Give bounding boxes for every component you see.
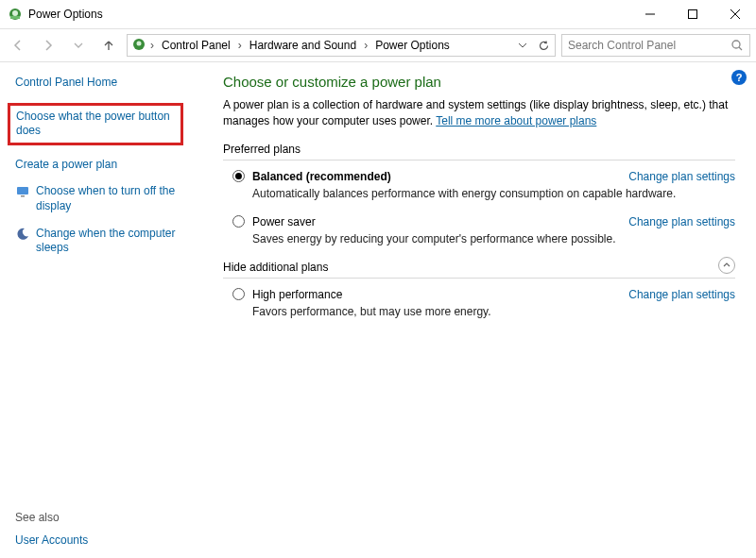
svg-line-10 [739,47,742,50]
sidebar: Control Panel Home Choose what the power… [0,62,189,558]
preferred-plans-header: Preferred plans [223,143,735,161]
address-dropdown[interactable] [513,36,532,55]
svg-rect-11 [17,187,28,194]
toolbar: › Control Panel › Hardware and Sound › P… [0,28,756,62]
breadcrumb-item[interactable]: Power Options [371,37,454,54]
recent-dropdown[interactable] [66,33,91,58]
hide-additional-plans-header[interactable]: Hide additional plans [223,261,735,279]
change-plan-settings-link[interactable]: Change plan settings [628,288,735,301]
change-plan-settings-link[interactable]: Change plan settings [628,170,735,183]
plan-description: Saves energy by reducing your computer's… [252,232,735,245]
plan-description: Automatically balances performance with … [252,187,735,200]
forward-button[interactable] [36,33,60,58]
plan-high-performance: High performance Change plan settings Fa… [232,288,735,318]
breadcrumb-item[interactable]: Control Panel [158,37,234,54]
svg-point-9 [732,41,740,48]
chevron-right-icon[interactable]: › [236,39,244,52]
minimize-button[interactable] [628,0,671,28]
search-input[interactable]: Search Control Panel [561,34,750,57]
svg-rect-4 [688,10,696,19]
sidebar-link-display-off[interactable]: Choose when to turn off the display [36,184,180,213]
svg-point-2 [12,10,18,16]
window-title: Power Options [28,8,628,21]
back-button[interactable] [6,33,30,58]
page-description: A power plan is a collection of hardware… [223,97,735,129]
sidebar-link-create-plan[interactable]: Create a power plan [15,158,180,173]
plan-name[interactable]: High performance [252,288,342,301]
plan-name[interactable]: Power saver [252,215,316,228]
refresh-button[interactable] [534,36,553,55]
main-content: Choose or customize a power plan A power… [189,62,756,558]
plan-power-saver: Power saver Change plan settings Saves e… [232,215,735,245]
plan-name[interactable]: Balanced (recommended) [252,170,391,183]
up-button[interactable] [96,33,121,58]
collapse-icon[interactable] [718,257,735,274]
power-options-icon [8,7,23,22]
breadcrumb-item[interactable]: Hardware and Sound [246,37,360,54]
plan-radio-power-saver[interactable] [232,215,245,228]
plan-radio-high-performance[interactable] [232,288,245,300]
close-button[interactable] [713,0,756,28]
control-panel-home-link[interactable]: Control Panel Home [15,76,180,91]
plan-balanced: Balanced (recommended) Change plan setti… [232,170,735,200]
sidebar-link-sleep[interactable]: Change when the computer sleeps [36,227,180,256]
highlighted-link-box: Choose what the power button does [8,103,183,145]
plan-description: Favors performance, but may use more ene… [252,305,735,318]
see-also-header: See also [15,511,180,524]
svg-rect-1 [10,16,20,19]
plan-radio-balanced[interactable] [232,170,245,182]
sidebar-link-power-button[interactable]: Choose what the power button does [16,110,175,139]
hide-plans-label: Hide additional plans [223,261,328,274]
search-placeholder: Search Control Panel [568,39,676,52]
tell-me-more-link[interactable]: Tell me more about power plans [436,114,596,127]
monitor-icon [15,184,30,199]
chevron-right-icon[interactable]: › [362,39,369,52]
change-plan-settings-link[interactable]: Change plan settings [628,215,735,228]
titlebar: Power Options [0,0,756,28]
maximize-button[interactable] [671,0,713,28]
svg-rect-12 [21,195,25,197]
address-bar[interactable]: › Control Panel › Hardware and Sound › P… [127,34,556,57]
search-icon [730,39,744,52]
moon-icon [15,227,30,242]
page-heading: Choose or customize a power plan [223,74,735,90]
location-icon [131,37,146,55]
chevron-right-icon[interactable]: › [148,39,156,52]
see-also-user-accounts[interactable]: User Accounts [15,533,180,549]
svg-point-8 [137,41,142,45]
